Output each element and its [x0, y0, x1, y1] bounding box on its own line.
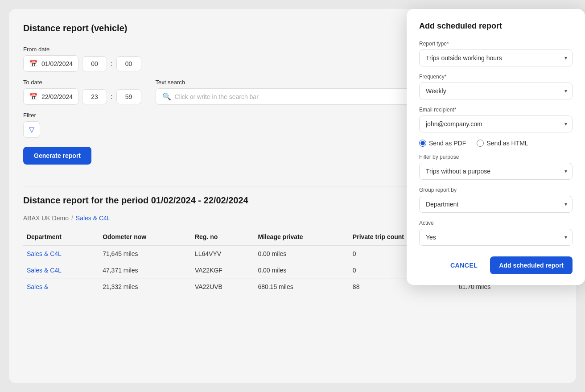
send-pdf-option[interactable]: Send as PDF [419, 140, 466, 147]
filter-button[interactable]: ▽ [23, 121, 40, 138]
breadcrumb-separator: / [71, 215, 73, 222]
dept-cell[interactable]: Sales & C4L [23, 245, 99, 262]
col-mileage-private: Mileage private [254, 229, 349, 245]
search-icon: 🔍 [162, 92, 171, 101]
send-format-group: Send as PDF Send as HTML [419, 140, 573, 147]
to-date-value: 22/02/2024 [41, 93, 73, 100]
cancel-button[interactable]: CANCEL [443, 257, 485, 273]
report-type-label: Report type* [419, 41, 573, 47]
active-select[interactable]: Yes No [419, 229, 573, 246]
email-recipient-select-wrapper: john@company.com ▾ [419, 116, 573, 132]
col-odometer: Odometer now [99, 229, 191, 245]
frequency-select-wrapper: Daily Weekly Monthly ▾ [419, 83, 573, 99]
report-type-select[interactable]: Trips outside working hours Distance rep… [419, 50, 573, 66]
generate-report-button[interactable]: Generate report [23, 147, 91, 165]
from-time-hour[interactable]: 00 [82, 56, 107, 71]
frequency-label: Frequency* [419, 74, 573, 80]
calendar-icon: 📅 [29, 59, 38, 68]
send-html-radio[interactable] [477, 140, 484, 147]
breadcrumb-parent: ABAX UK Demo [23, 215, 69, 222]
group-by-select[interactable]: Department Vehicle Driver [419, 196, 573, 213]
email-recipient-label: Email recipient* [419, 107, 573, 113]
report-type-select-wrapper: Trips outside working hours Distance rep… [419, 50, 573, 66]
from-date-value: 01/02/2024 [41, 60, 73, 67]
active-field: Active Yes No ▾ [419, 220, 573, 246]
send-html-label: Send as HTML [486, 140, 528, 147]
to-date-label: To date [23, 79, 141, 86]
frequency-field: Frequency* Daily Weekly Monthly ▾ [419, 74, 573, 99]
breadcrumb-current[interactable]: Sales & C4L [76, 215, 111, 222]
to-date-input[interactable]: 📅 22/02/2024 [23, 88, 78, 105]
active-label: Active [419, 220, 573, 226]
time-separator-2: : [111, 93, 112, 101]
filter-purpose-select[interactable]: Trips without a purpose All trips Busine… [419, 163, 573, 180]
group-by-field: Group report by Department Vehicle Drive… [419, 187, 573, 213]
email-recipient-select[interactable]: john@company.com [419, 116, 573, 132]
filter-icon: ▽ [29, 125, 34, 134]
to-time-hour[interactable]: 23 [82, 89, 107, 104]
filter-purpose-field: Filter by purpose Trips without a purpos… [419, 154, 573, 180]
col-reg: Reg. no [191, 229, 254, 245]
report-type-field: Report type* Trips outside working hours… [419, 41, 573, 66]
search-placeholder: Click or write in the search bar [175, 93, 259, 100]
frequency-select[interactable]: Daily Weekly Monthly [419, 83, 573, 99]
from-date-input[interactable]: 📅 01/02/2024 [23, 55, 78, 72]
modal-title: Add scheduled report [419, 21, 573, 31]
from-time-min[interactable]: 00 [116, 56, 141, 71]
active-select-wrapper: Yes No ▾ [419, 229, 573, 246]
email-recipient-field: Email recipient* john@company.com ▾ [419, 107, 573, 132]
filter-purpose-select-wrapper: Trips without a purpose All trips Busine… [419, 163, 573, 180]
to-time-min[interactable]: 59 [116, 89, 141, 104]
to-date-group: To date 📅 22/02/2024 23 : 59 [23, 79, 141, 105]
send-pdf-radio[interactable] [419, 140, 426, 147]
dept-cell[interactable]: Sales & C4L [23, 262, 99, 279]
send-html-option[interactable]: Send as HTML [477, 140, 528, 147]
group-by-label: Group report by [419, 187, 573, 193]
dept-cell[interactable]: Sales & [23, 279, 99, 295]
filter-purpose-label: Filter by purpose [419, 154, 573, 160]
send-pdf-label: Send as PDF [429, 140, 466, 147]
group-by-select-wrapper: Department Vehicle Driver ▾ [419, 196, 573, 213]
add-scheduled-report-modal: Add scheduled report Report type* Trips … [407, 9, 585, 285]
add-scheduled-report-button[interactable]: Add scheduled report [490, 256, 573, 274]
calendar-icon-2: 📅 [29, 92, 38, 101]
col-department: Department [23, 229, 99, 245]
modal-footer: CANCEL Add scheduled report [419, 256, 573, 274]
time-separator: : [111, 60, 112, 68]
